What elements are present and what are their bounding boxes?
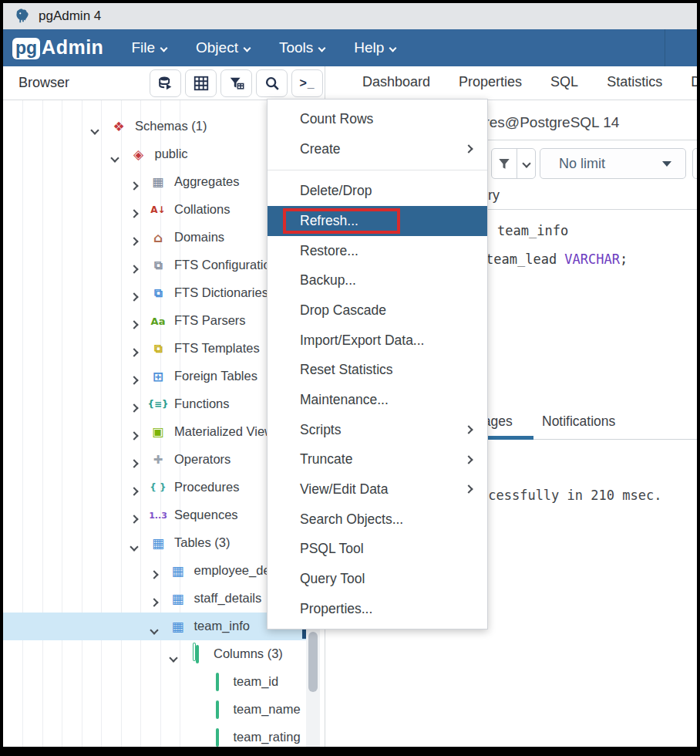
expand-chevron-icon[interactable]: [131, 456, 137, 470]
tree-icon-cell: [208, 673, 227, 690]
expand-chevron-icon[interactable]: [131, 400, 137, 414]
title-bar: pgAdmin 4: [3, 3, 697, 29]
expand-chevron-icon[interactable]: [131, 428, 137, 442]
tree-item-schemas-1[interactable]: ❖Schemas (1): [3, 113, 306, 140]
tree-item-tables-3[interactable]: ▦Tables (3): [3, 529, 306, 557]
expand-chevron-icon[interactable]: [131, 345, 137, 359]
table-button[interactable]: [185, 69, 217, 97]
operator-icon: ✚: [153, 454, 163, 466]
tree-item-employee-details[interactable]: ▦employee_details: [3, 557, 306, 585]
sql-line-1: team_info: [497, 223, 568, 238]
expand-chevron-icon[interactable]: [131, 373, 137, 386]
menu-item-restore[interactable]: Restore...: [268, 236, 487, 266]
tree-item-procedures[interactable]: { }Procedures: [3, 474, 306, 501]
tree-item-team-id[interactable]: team_id: [3, 668, 306, 696]
aggregate-icon: ▦: [152, 176, 163, 188]
menu-item-import-export-data[interactable]: Import/Export Data...: [268, 326, 487, 356]
navbar-menu-object[interactable]: Object: [196, 39, 250, 56]
menu-item-search-objects[interactable]: Search Objects...: [268, 505, 487, 535]
tree-item-fts-parsers[interactable]: AaFTS Parsers: [3, 307, 306, 335]
foreign-table-icon: ⊞: [153, 370, 163, 383]
expand-chevron-icon[interactable]: [131, 262, 137, 275]
search-button[interactable]: [256, 69, 288, 97]
menu-item-query-tool[interactable]: Query Tool: [268, 564, 487, 594]
tab-dependencies[interactable]: Dependencies: [691, 74, 697, 90]
tree-icon-cell: ❖: [109, 118, 128, 135]
collapse-chevron-icon[interactable]: [131, 539, 137, 553]
menu-item-backup[interactable]: Backup...: [268, 265, 487, 295]
filter-dropdown-button[interactable]: [517, 149, 535, 178]
tree-icon-cell: [188, 646, 207, 663]
tree-item-columns-3[interactable]: Columns (3): [3, 640, 306, 668]
expand-chevron-icon[interactable]: [131, 178, 137, 192]
navbar-menu-tools[interactable]: Tools: [279, 39, 325, 56]
tree-item-label: Sequences: [174, 508, 238, 522]
tab-dashboard[interactable]: Dashboard: [362, 74, 430, 90]
tab-sql[interactable]: SQL: [550, 74, 578, 90]
tree-icon-cell: ⧉: [149, 285, 167, 302]
menu-item-properties[interactable]: Properties...: [268, 594, 487, 624]
tree-item-fts-dictionaries[interactable]: ⧉FTS Dictionaries: [3, 279, 306, 307]
tree-item-aggregates[interactable]: ▦Aggregates: [3, 168, 306, 196]
view-data-button[interactable]: [150, 69, 181, 97]
menu-item-drop-cascade[interactable]: Drop Cascade: [268, 295, 487, 326]
tree-item-label: FTS Parsers: [174, 313, 246, 328]
menu-item-maintenance[interactable]: Maintenance...: [268, 385, 487, 415]
menu-item-refresh[interactable]: Refresh...: [268, 206, 487, 236]
chevron-down-icon: [522, 159, 530, 167]
tree-item-collations[interactable]: A↓Collations: [3, 196, 306, 224]
expand-chevron-icon[interactable]: [131, 234, 137, 248]
tree-scrollbar-thumb[interactable]: [308, 632, 318, 692]
navbar-menu-help[interactable]: Help: [354, 39, 395, 56]
psql-tool-button[interactable]: >_: [291, 69, 323, 97]
columns-icon: [196, 648, 199, 661]
navbar-menu-file[interactable]: File: [131, 39, 167, 56]
expand-chevron-icon[interactable]: [151, 567, 157, 581]
menu-item-scripts[interactable]: Scripts: [268, 415, 487, 445]
menu-item-psql-tool[interactable]: PSQL Tool: [268, 535, 487, 565]
menu-item-create[interactable]: Create: [268, 134, 487, 164]
tree-item-team-rating[interactable]: team_rating: [3, 724, 306, 747]
tree-item-foreign-tables[interactable]: ⊞Foreign Tables: [3, 363, 306, 390]
menu-item-reset-statistics[interactable]: Reset Statistics: [268, 356, 487, 386]
expand-chevron-icon[interactable]: [131, 206, 137, 220]
collapse-chevron-icon[interactable]: [151, 623, 157, 636]
expand-chevron-icon[interactable]: [131, 289, 137, 303]
tree-icon-cell: ⧉: [149, 257, 167, 274]
tree-item-materialized-views[interactable]: ▣Materialized Views: [3, 418, 306, 446]
tree-item-staff-details[interactable]: ▦staff_details: [3, 585, 306, 613]
expand-chevron-icon[interactable]: [131, 484, 137, 498]
tree-item-fts-configurations[interactable]: ⧉FTS Configurations: [3, 251, 306, 279]
expand-chevron-icon[interactable]: [131, 317, 137, 331]
menu-item-truncate[interactable]: Truncate: [268, 445, 487, 475]
tree-item-public[interactable]: ◈public: [3, 140, 306, 168]
window-title: pgAdmin 4: [39, 8, 101, 24]
menu-item-view-edit-data[interactable]: View/Edit Data: [268, 474, 487, 505]
partial-toolbar-button[interactable]: [692, 148, 697, 179]
menu-item-label: Restore...: [300, 243, 358, 259]
filter-button[interactable]: [220, 69, 252, 97]
menu-separator: [268, 170, 487, 170]
collapse-chevron-icon[interactable]: [112, 150, 118, 164]
tree-item-fts-templates[interactable]: ⧉FTS Templates: [3, 335, 306, 363]
row-limit-select[interactable]: No limit: [540, 148, 686, 179]
expand-chevron-icon[interactable]: [131, 511, 137, 525]
tree-item-team-info[interactable]: ▦team_info: [3, 613, 306, 640]
tab-notifications[interactable]: Notifications: [542, 413, 615, 430]
expand-chevron-icon[interactable]: [151, 595, 157, 609]
tree-item-label: Domains: [174, 230, 224, 245]
data-filter-button[interactable]: [492, 149, 517, 178]
tree-item-team-name[interactable]: team_name: [3, 696, 306, 724]
collapse-chevron-icon[interactable]: [170, 650, 177, 664]
function-icon: {≡}: [147, 400, 168, 409]
menu-item-count-rows[interactable]: Count Rows: [268, 104, 487, 134]
menu-item-delete-drop[interactable]: Delete/Drop: [268, 176, 487, 206]
tree-item-operators[interactable]: ✚Operators: [3, 446, 306, 474]
tree-item-sequences[interactable]: 1..3Sequences: [3, 501, 306, 529]
tree-item-functions[interactable]: {≡}Functions: [3, 390, 306, 418]
tree-item-domains[interactable]: ⌂Domains: [3, 224, 306, 251]
tab-properties[interactable]: Properties: [459, 74, 522, 90]
menu-item-label: Query Tool: [300, 571, 365, 587]
collapse-chevron-icon[interactable]: [92, 123, 98, 137]
tab-statistics[interactable]: Statistics: [607, 74, 662, 90]
